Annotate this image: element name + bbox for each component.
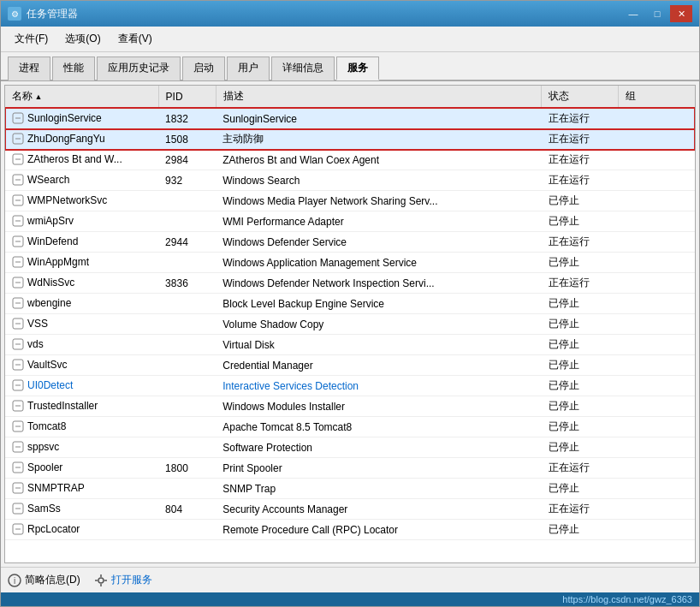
service-pid (158, 437, 216, 458)
tab-app-history[interactable]: 应用历史记录 (97, 57, 181, 80)
service-desc: Virtual Disk (216, 335, 542, 355)
service-status: 已停止 (542, 520, 619, 540)
service-desc: Windows Search (216, 170, 542, 191)
service-group (618, 314, 695, 335)
menu-view[interactable]: 查看(V) (111, 30, 159, 48)
svg-point-44 (98, 578, 104, 583)
service-status: 正在运行 (542, 232, 619, 253)
col-header-name[interactable]: 名称 (5, 86, 158, 108)
table-row[interactable]: WinAppMgmtWindows Application Management… (5, 253, 695, 273)
service-pid (158, 211, 216, 232)
service-pid (158, 479, 216, 499)
service-group (618, 191, 695, 211)
table-row[interactable]: VSSVolume Shadow Copy已停止 (5, 314, 695, 335)
service-name: WdNisSvc (5, 273, 158, 294)
table-row[interactable]: RpcLocatorRemote Procedure Call (RPC) Lo… (5, 520, 695, 540)
service-desc: 主动防御 (216, 129, 542, 150)
tab-details[interactable]: 详细信息 (271, 57, 335, 80)
tab-startup[interactable]: 启动 (182, 57, 225, 80)
service-name: SamSs (5, 499, 158, 520)
table-row[interactable]: sppsvcSoftware Protection已停止 (5, 437, 695, 458)
menu-options[interactable]: 选项(O) (58, 30, 107, 48)
service-status: 正在运行 (542, 170, 619, 191)
service-status: 已停止 (542, 253, 619, 273)
service-name: wbengine (5, 294, 158, 314)
service-group (618, 437, 695, 458)
service-name: ZhuDongFangYu (5, 129, 158, 150)
service-status: 正在运行 (542, 458, 619, 479)
service-name: WinAppMgmt (5, 253, 158, 273)
service-status: 已停止 (542, 314, 619, 335)
table-row[interactable]: wbengineBlock Level Backup Engine Servic… (5, 294, 695, 314)
table-row[interactable]: Spooler1800Print Spooler正在运行 (5, 458, 695, 479)
service-desc: Volume Shadow Copy (216, 314, 542, 335)
window-title: 任务管理器 (27, 7, 78, 21)
menu-file[interactable]: 文件(F) (8, 30, 55, 48)
table-row[interactable]: WdNisSvc3836Windows Defender Network Ins… (5, 273, 695, 294)
status-bar: https://blog.csdn.net/gwz_6363 (1, 592, 699, 606)
service-pid: 1832 (158, 108, 216, 129)
service-pid (158, 355, 216, 376)
service-name: vds (5, 335, 158, 355)
service-name: VSS (5, 314, 158, 335)
col-header-desc[interactable]: 描述 (216, 86, 542, 108)
services-icon (94, 574, 108, 587)
service-group (618, 499, 695, 520)
service-status: 正在运行 (542, 108, 619, 129)
table-row[interactable]: SamSs804Security Accounts Manager正在运行 (5, 499, 695, 520)
col-header-status[interactable]: 状态 (542, 86, 619, 108)
service-group (618, 253, 695, 273)
table-row[interactable]: WMPNetworkSvcWindows Media Player Networ… (5, 191, 695, 211)
table-row[interactable]: Tomcat8Apache Tomcat 8.5 Tomcat8已停止 (5, 417, 695, 437)
close-button[interactable]: ✕ (670, 5, 692, 22)
services-table-container[interactable]: 名称 PID 描述 状态 组 SunloginService1832Sunlog… (4, 85, 696, 563)
service-group (618, 458, 695, 479)
table-row[interactable]: wmiApSrvWMI Performance Adapter已停止 (5, 211, 695, 232)
maximize-button[interactable]: □ (646, 5, 668, 22)
service-desc: ZAtheros Bt and Wlan Coex Agent (216, 150, 542, 170)
service-desc: Print Spooler (216, 458, 542, 479)
service-status: 正在运行 (542, 129, 619, 150)
table-row[interactable]: TrustedInstallerWindows Modules Installe… (5, 396, 695, 417)
tabs-bar: 进程 性能 应用历史记录 启动 用户 详细信息 服务 (1, 52, 699, 81)
table-row[interactable]: UI0DetectInteractive Services Detection已… (5, 376, 695, 396)
tab-users[interactable]: 用户 (227, 57, 270, 80)
title-bar: ⚙ 任务管理器 — □ ✕ (1, 1, 699, 27)
minimize-button[interactable]: — (622, 5, 644, 22)
table-row[interactable]: WinDefend2944Windows Defender Service正在运… (5, 232, 695, 253)
service-pid (158, 314, 216, 335)
service-group (618, 150, 695, 170)
tab-performance[interactable]: 性能 (52, 57, 95, 80)
col-header-group[interactable]: 组 (618, 86, 695, 108)
service-status: 已停止 (542, 376, 619, 396)
table-row[interactable]: WSearch932Windows Search正在运行 (5, 170, 695, 191)
table-row[interactable]: vdsVirtual Disk已停止 (5, 335, 695, 355)
col-header-pid[interactable]: PID (158, 86, 216, 108)
app-icon: ⚙ (8, 7, 21, 21)
menu-bar: 文件(F) 选项(O) 查看(V) (1, 27, 699, 52)
service-group (618, 170, 695, 191)
service-pid: 2944 (158, 232, 216, 253)
service-name: UI0Detect (5, 376, 158, 396)
open-services-button[interactable]: 打开服务 (94, 573, 152, 587)
service-status: 已停止 (542, 479, 619, 499)
service-pid: 804 (158, 499, 216, 520)
service-pid: 932 (158, 170, 216, 191)
table-row[interactable]: SunloginService1832SunloginService正在运行 (5, 108, 695, 129)
service-status: 已停止 (542, 417, 619, 437)
service-pid (158, 520, 216, 540)
service-pid (158, 417, 216, 437)
service-name: ZAtheros Bt and W... (5, 150, 158, 170)
service-group (618, 520, 695, 540)
service-name: TrustedInstaller (5, 396, 158, 417)
table-row[interactable]: VaultSvcCredential Manager已停止 (5, 355, 695, 376)
table-row[interactable]: SNMPTRAPSNMP Trap已停止 (5, 479, 695, 499)
footer: i 简略信息(D) 打开服务 (1, 567, 699, 592)
brief-info-button[interactable]: i 简略信息(D) (8, 573, 80, 587)
service-desc: Windows Media Player Network Sharing Ser… (216, 191, 542, 211)
table-row[interactable]: ZhuDongFangYu1508主动防御正在运行 (5, 129, 695, 150)
table-row[interactable]: ZAtheros Bt and W...2984ZAtheros Bt and … (5, 150, 695, 170)
service-desc: Software Protection (216, 437, 542, 458)
tab-services[interactable]: 服务 (336, 57, 379, 80)
tab-process[interactable]: 进程 (8, 57, 50, 80)
